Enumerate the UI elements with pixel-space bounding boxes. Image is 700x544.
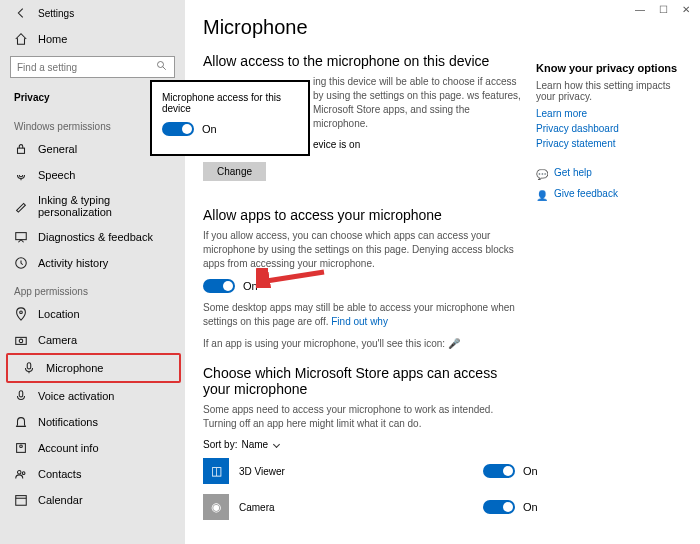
search-field[interactable] [17, 57, 156, 77]
svg-rect-7 [27, 363, 31, 369]
change-button[interactable]: Change [203, 162, 266, 181]
speech-icon [14, 168, 28, 182]
privacy-statement-link[interactable]: Privacy statement [536, 138, 686, 149]
privacy-desc: Learn how this setting impacts your priv… [536, 80, 686, 102]
home-icon [14, 32, 28, 46]
svg-rect-8 [19, 391, 23, 397]
account-icon [14, 441, 28, 455]
section3-heading: Choose which Microsoft Store apps can ac… [203, 365, 523, 397]
window-title: Settings [38, 8, 74, 19]
search-input[interactable] [10, 56, 175, 78]
sidebar-item-activity[interactable]: Activity history [0, 250, 185, 276]
feedback-icon [14, 230, 28, 244]
app-row-3d-viewer: ◫ 3D Viewer On [203, 458, 563, 484]
annotation-arrow-2 [256, 268, 326, 288]
minimize-button[interactable]: — [635, 4, 645, 15]
sidebar-item-inking[interactable]: Inking & typing personalization [0, 188, 185, 224]
privacy-heading: Know your privacy options [536, 62, 686, 74]
device-access-state: On [202, 123, 217, 135]
section1-heading: Allow access to the microphone on this d… [203, 53, 563, 69]
get-help-link[interactable]: Get help [554, 167, 592, 178]
camera-icon [14, 333, 28, 347]
sidebar-item-diagnostics[interactable]: Diagnostics & feedback [0, 224, 185, 250]
sidebar-item-speech[interactable]: Speech [0, 162, 185, 188]
calendar-icon [14, 493, 28, 507]
pen-icon [14, 199, 28, 213]
give-feedback-link[interactable]: Give feedback [554, 188, 618, 199]
mic-indicator-icon: 🎤 [448, 338, 460, 349]
back-icon[interactable] [14, 6, 28, 20]
section2-heading: Allow apps to access your microphone [203, 207, 563, 223]
section2-using: If an app is using your microphone, you'… [203, 337, 523, 351]
camera-toggle[interactable] [483, 500, 515, 514]
home-label: Home [38, 33, 67, 45]
section2-note: Some desktop apps may still be able to a… [203, 301, 523, 329]
sidebar-item-camera[interactable]: Camera [0, 327, 185, 353]
lock-icon [14, 142, 28, 156]
learn-more-link[interactable]: Learn more [536, 108, 686, 119]
sidebar-item-location[interactable]: Location [0, 301, 185, 327]
privacy-dashboard-link[interactable]: Privacy dashboard [536, 123, 686, 134]
chevron-down-icon [273, 441, 280, 448]
find-out-why-link[interactable]: Find out why [331, 316, 388, 327]
privacy-sidebar: Know your privacy options Learn how this… [536, 62, 686, 209]
close-button[interactable]: ✕ [682, 4, 690, 15]
home-button[interactable]: Home [0, 26, 185, 52]
svg-point-12 [22, 472, 25, 475]
svg-rect-1 [18, 148, 25, 153]
svg-rect-5 [16, 337, 27, 344]
svg-line-15 [260, 272, 324, 282]
sidebar-item-voice-activation[interactable]: Voice activation [0, 383, 185, 409]
device-access-toggle[interactable] [162, 122, 194, 136]
voice-icon [14, 389, 28, 403]
sidebar-item-notifications[interactable]: Notifications [0, 409, 185, 435]
svg-point-6 [19, 339, 23, 343]
3dviewer-icon: ◫ [203, 458, 229, 484]
help-icon: 💬 [536, 169, 548, 180]
feedback-icon2: 👤 [536, 190, 548, 201]
location-icon [14, 307, 28, 321]
contacts-icon [14, 467, 28, 481]
page-title: Microphone [203, 16, 686, 39]
device-access-popup: Microphone access for this device On [150, 80, 310, 156]
bell-icon [14, 415, 28, 429]
sidebar-item-microphone[interactable]: Microphone [6, 353, 181, 383]
svg-point-11 [18, 471, 22, 475]
sidebar-item-contacts[interactable]: Contacts [0, 461, 185, 487]
3dviewer-toggle[interactable] [483, 464, 515, 478]
svg-rect-13 [16, 496, 27, 506]
svg-rect-2 [16, 233, 27, 240]
maximize-button[interactable]: ☐ [659, 4, 668, 15]
sidebar-item-calendar[interactable]: Calendar [0, 487, 185, 513]
camera-app-icon: ◉ [203, 494, 229, 520]
app-row-camera: ◉ Camera On [203, 494, 563, 520]
popup-text: Microphone access for this device [162, 92, 298, 114]
svg-point-0 [158, 62, 164, 68]
svg-point-10 [20, 445, 23, 448]
microphone-icon [22, 361, 36, 375]
search-icon [156, 60, 168, 74]
section2-desc: If you allow access, you can choose whic… [203, 229, 523, 271]
sort-by[interactable]: Sort by: Name [203, 439, 563, 450]
svg-point-4 [20, 311, 23, 314]
subhead-app-permissions: App permissions [0, 276, 185, 301]
sidebar-item-account-info[interactable]: Account info [0, 435, 185, 461]
apps-access-toggle[interactable] [203, 279, 235, 293]
section3-desc: Some apps need to access your microphone… [203, 403, 523, 431]
history-icon [14, 256, 28, 270]
